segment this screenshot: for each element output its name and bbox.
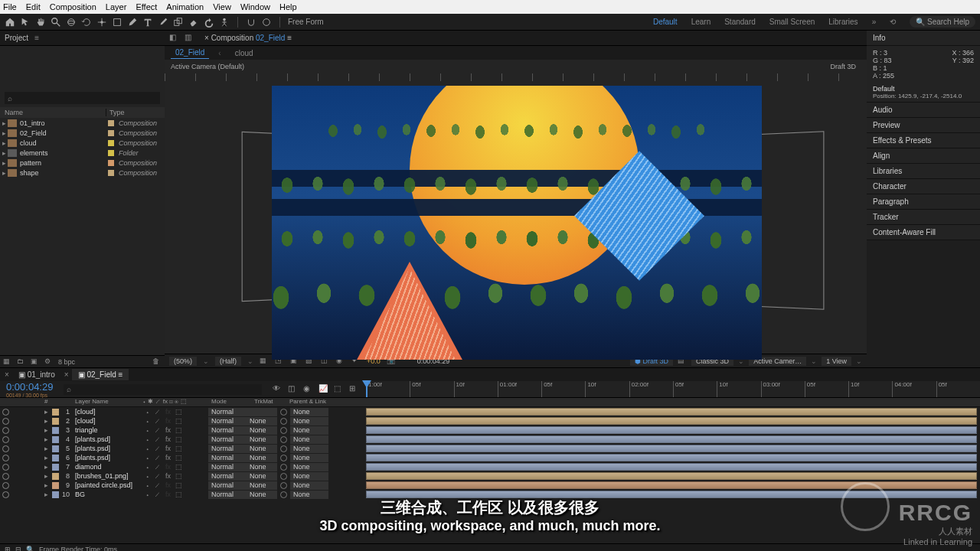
- layer-duration-bar[interactable]: [366, 481, 977, 489]
- col-name[interactable]: Name: [0, 109, 106, 116]
- menu-file[interactable]: File: [3, 2, 17, 11]
- layer-row[interactable]: ▸2[cloud]⬩⟋fx⬚NormalNoneNone: [0, 416, 366, 425]
- trkmat-dropdown[interactable]: None: [247, 426, 277, 435]
- menu-view[interactable]: View: [213, 2, 231, 11]
- resolution-dropdown[interactable]: (Half): [215, 357, 241, 366]
- trkmat-dropdown[interactable]: None: [247, 463, 277, 471]
- layer-duration-bar[interactable]: [366, 417, 977, 425]
- trash-icon[interactable]: 🗑: [152, 357, 162, 367]
- interpret-icon[interactable]: ▦: [3, 357, 12, 367]
- selection-tool-icon[interactable]: [20, 17, 31, 28]
- timeline-tab-active[interactable]: ▣ 02_Field ≡: [72, 369, 129, 380]
- clone-tool-icon[interactable]: [173, 17, 184, 28]
- parent-dropdown[interactable]: None: [290, 445, 328, 453]
- switches-icon[interactable]: ⊞: [349, 384, 360, 395]
- parent-dropdown[interactable]: None: [290, 417, 328, 425]
- new-comp-icon[interactable]: ▣: [31, 357, 40, 367]
- blend-mode-dropdown[interactable]: Normal: [208, 481, 247, 490]
- composition-viewer[interactable]: Active Camera (Default) Draft 3D: [165, 60, 867, 354]
- visibility-toggle[interactable]: [2, 464, 9, 471]
- layer-row[interactable]: ▸4[plants.psd]⬩⟋fx⬚NormalNoneNone: [0, 435, 366, 444]
- parent-dropdown[interactable]: None: [290, 472, 328, 481]
- parent-dropdown[interactable]: None: [290, 426, 328, 435]
- project-tab[interactable]: Project: [5, 34, 28, 42]
- zoom-timeline-icon[interactable]: 🔍: [26, 546, 34, 552]
- layer-row[interactable]: ▸1[cloud]⬩⟋fx⬚NormalNone: [0, 407, 366, 416]
- puppet-tool-icon[interactable]: [219, 17, 230, 28]
- pickwhip-icon[interactable]: [280, 418, 287, 425]
- blend-mode-dropdown[interactable]: Normal: [208, 435, 247, 444]
- zoom-dropdown[interactable]: (50%): [169, 357, 197, 366]
- menu-animation[interactable]: Animation: [166, 2, 204, 11]
- parent-dropdown[interactable]: None: [290, 454, 328, 462]
- trkmat-dropdown[interactable]: [247, 408, 277, 416]
- workspace-libraries[interactable]: Libraries: [828, 18, 858, 26]
- trkmat-dropdown[interactable]: None: [247, 472, 277, 481]
- blend-mode-dropdown[interactable]: Normal: [208, 445, 247, 453]
- layer-row[interactable]: ▸10BG⬩⟋fx⬚NormalNoneNone: [0, 490, 366, 499]
- project-item[interactable]: ▸shapeComposition: [0, 168, 165, 178]
- layer-duration-bar[interactable]: [366, 454, 977, 461]
- snap-icon[interactable]: [246, 17, 256, 28]
- menu-window[interactable]: Window: [240, 2, 270, 11]
- roto-tool-icon[interactable]: [204, 17, 214, 28]
- layer-duration-bar[interactable]: [366, 426, 977, 434]
- tab-pre-icon[interactable]: ×: [64, 370, 69, 379]
- trkmat-dropdown[interactable]: None: [247, 417, 277, 425]
- anchor-tool-icon[interactable]: [96, 17, 107, 28]
- toggle-modes-icon[interactable]: ⊟: [15, 546, 21, 552]
- layer-row[interactable]: ▸5[plants.psd]⬩⟋fx⬚NormalNoneNone: [0, 444, 366, 453]
- pen-tool-icon[interactable]: [127, 17, 138, 28]
- visibility-toggle[interactable]: [2, 436, 9, 443]
- layer-bar-row[interactable]: [366, 481, 980, 490]
- layer-duration-bar[interactable]: [366, 445, 977, 452]
- panel-header[interactable]: Libraries: [867, 164, 980, 179]
- workspace-default[interactable]: Default: [653, 18, 678, 26]
- pickwhip-icon[interactable]: [280, 464, 287, 471]
- blend-mode-dropdown[interactable]: Normal: [208, 426, 247, 435]
- folder-icon[interactable]: 🗀: [17, 357, 26, 367]
- panel-header[interactable]: Tracker: [867, 210, 980, 225]
- panel-header[interactable]: Character: [867, 179, 980, 194]
- blend-mode-dropdown[interactable]: Normal: [208, 472, 247, 481]
- zoom-tool-icon[interactable]: [51, 17, 61, 28]
- project-item[interactable]: ▸02_FieldComposition: [0, 128, 165, 138]
- blend-mode-dropdown[interactable]: Normal: [208, 491, 247, 499]
- layer-bar-row[interactable]: [366, 435, 980, 444]
- workspace-overflow-icon[interactable]: »: [872, 18, 877, 26]
- rotate-tool-icon[interactable]: [81, 17, 92, 28]
- draft-icon[interactable]: ⬚: [334, 384, 345, 395]
- work-area-bar[interactable]: [366, 381, 980, 397]
- blend-mode-dropdown[interactable]: Normal: [208, 463, 247, 471]
- home-icon[interactable]: [5, 17, 15, 28]
- panel-header[interactable]: Align: [867, 148, 980, 164]
- menu-edit[interactable]: Edit: [26, 2, 41, 11]
- col-type[interactable]: Type: [106, 109, 165, 116]
- parent-dropdown[interactable]: None: [290, 408, 328, 416]
- layer-duration-bar[interactable]: [366, 408, 977, 416]
- comp-tab[interactable]: × Composition 02_Field ≡: [200, 32, 296, 44]
- trkmat-dropdown[interactable]: None: [247, 491, 277, 499]
- breadcrumb-item[interactable]: cloud: [230, 47, 258, 59]
- panel-header[interactable]: Audio: [867, 103, 980, 118]
- trkmat-dropdown[interactable]: None: [247, 481, 277, 490]
- project-item[interactable]: ▸01_introComposition: [0, 118, 165, 128]
- settings-icon[interactable]: ⚙: [44, 357, 54, 367]
- menu-effect[interactable]: Effect: [136, 2, 157, 11]
- layer-bar-row[interactable]: [366, 462, 980, 471]
- pickwhip-icon[interactable]: [280, 436, 287, 443]
- layer-row[interactable]: ▸3triangle⬩⟋fx⬚NormalNoneNone: [0, 425, 366, 435]
- visibility-toggle[interactable]: [2, 445, 9, 452]
- timeline-ruler[interactable]: 1:00f05f10f01:00f05f10f02:00f05f10f03:00…: [366, 381, 980, 397]
- workspace-reset-icon[interactable]: ⟲: [890, 18, 896, 26]
- marker-icon[interactable]: ◧: [169, 33, 180, 44]
- visibility-toggle[interactable]: [2, 427, 9, 434]
- layer-bar-row[interactable]: [366, 425, 980, 435]
- layer-row[interactable]: ▸9[painted circle.psd]⬩⟋fx⬚NormalNoneNon…: [0, 481, 366, 490]
- tab-pre-icon[interactable]: ×: [5, 370, 9, 379]
- layer-row[interactable]: ▸7diamond⬩⟋fx⬚NormalNoneNone: [0, 462, 366, 471]
- panel-menu-icon[interactable]: ≡: [34, 34, 39, 42]
- menu-layer[interactable]: Layer: [106, 2, 127, 11]
- visibility-toggle[interactable]: [2, 418, 9, 425]
- layer-row[interactable]: ▸8[brushes_01.png]⬩⟋fx⬚NormalNoneNone: [0, 471, 366, 481]
